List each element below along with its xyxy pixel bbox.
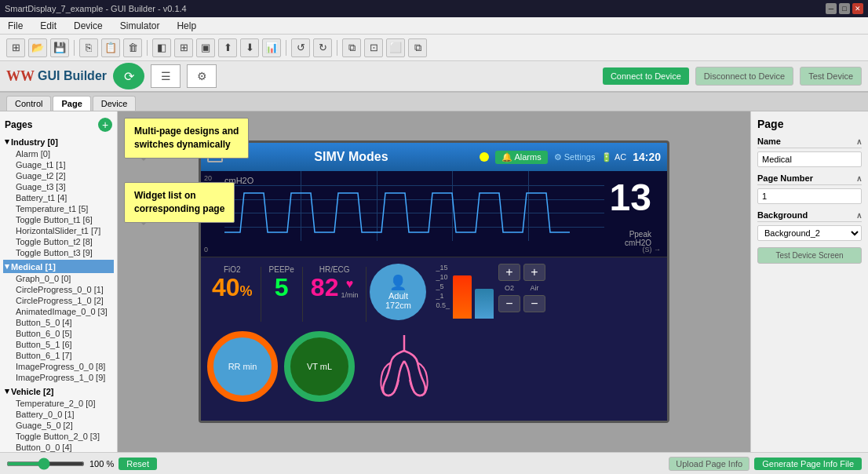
o2-minus-button[interactable]: − — [498, 295, 520, 312]
list-item[interactable]: ImageProgress_1_0 [9] — [3, 372, 114, 383]
menu-simulator[interactable]: Simulator — [117, 19, 163, 33]
add-page-button[interactable]: + — [98, 118, 112, 132]
list-item[interactable]: Alarm [0] — [3, 148, 114, 159]
list-item[interactable]: Temperature_2_0 [0] — [3, 398, 114, 409]
tb-paste[interactable]: 📋 — [101, 38, 120, 57]
close-button[interactable]: ✕ — [852, 3, 863, 14]
rr-min-label: RR min — [228, 362, 257, 371]
bar-chart-labels: _15 _10 _5 _1 0.5_ — [436, 264, 450, 309]
nav-settings-button[interactable]: ⚙ — [187, 64, 217, 88]
minimize-button[interactable]: ─ — [826, 3, 837, 14]
toolbar: ⊞ 📂 💾 ⎘ 📋 🗑 ◧ ⊞ ▣ ⬆ ⬇ 📊 ↺ ↻ ⧉ ⊡ ⬜ ⧉ — [0, 35, 868, 61]
tb-save[interactable]: 💾 — [50, 38, 69, 57]
disconnect-button[interactable]: Disconnect to Device — [695, 67, 793, 86]
list-item[interactable]: Graph_0_0 [0] — [3, 273, 114, 284]
list-item[interactable]: Battery_0_0 [1] — [3, 409, 114, 420]
list-item[interactable]: ImageProgress_0_0 [8] — [3, 361, 114, 372]
tb-display3[interactable]: ⬜ — [386, 38, 405, 57]
menu-file[interactable]: File — [5, 19, 26, 33]
list-item[interactable]: Button_6_0 [5] — [3, 328, 114, 339]
tb-align-left[interactable]: ◧ — [152, 38, 171, 57]
o2-plus-button[interactable]: + — [498, 264, 520, 281]
list-item[interactable]: Toggle Button_2_0 [3] — [3, 431, 114, 442]
list-item[interactable]: AnimatedImage_0_0 [3] — [3, 306, 114, 317]
waveform-svg — [224, 185, 604, 242]
sidebar: Pages + ▾ Industry [0] Alarm [0] Guage_t… — [0, 111, 118, 452]
tb-sep1 — [74, 40, 75, 56]
main-content: Pages + ▾ Industry [0] Alarm [0] Guage_t… — [0, 111, 868, 452]
background-select[interactable]: Background_2 — [757, 225, 862, 241]
o2-bar — [453, 275, 472, 319]
tb-delete[interactable]: 🗑 — [123, 38, 142, 57]
fio2-unit: % — [240, 283, 253, 299]
tab-device[interactable]: Device — [93, 96, 137, 111]
tb-open[interactable]: 📂 — [28, 38, 47, 57]
connect-button[interactable]: Connect to Device — [603, 67, 689, 85]
list-item[interactable]: Button_5_0 [4] — [3, 317, 114, 328]
tb-copy[interactable]: ⎘ — [79, 38, 98, 57]
list-item[interactable]: Button_0_0 [4] — [3, 442, 114, 452]
tb-display2[interactable]: ⊡ — [364, 38, 383, 57]
air-bar-container — [475, 289, 494, 319]
panel-background-label: Background — [757, 210, 808, 220]
tooltip-multipage: Multi-page designs andswitches dynamical… — [124, 118, 249, 159]
peepe-metric: PEEPe 5 — [264, 264, 299, 303]
tb-display1[interactable]: ⧉ — [342, 38, 361, 57]
generate-button[interactable]: Generate Page Info File — [754, 458, 862, 470]
list-item[interactable]: Toggle Button_t3 [9] — [3, 247, 114, 258]
nav-list-button[interactable]: ☰ — [151, 64, 181, 88]
tb-align-right[interactable]: ▣ — [196, 38, 215, 57]
list-item[interactable]: CircleProgress_1_0 [2] — [3, 295, 114, 306]
industry-group-header[interactable]: ▾ Industry [0] — [3, 135, 114, 148]
list-item[interactable]: Temperature_t1 [5] — [3, 203, 114, 214]
zoom-slider[interactable] — [6, 461, 85, 466]
settings-button[interactable]: ⚙ Settings — [554, 152, 596, 162]
list-item[interactable]: Guage_t3 [3] — [3, 181, 114, 192]
tooltip-multipage-text: Multi-page designs andswitches dynamical… — [134, 126, 239, 150]
simv-topbar: SIMV Modes 🔔 Alarms ⚙ Settings 🔋 AC 14:2… — [201, 143, 667, 171]
reset-button[interactable]: Reset — [119, 458, 157, 470]
nav-home-button[interactable]: ⟳ — [113, 63, 144, 89]
tb-new[interactable]: ⊞ — [6, 38, 25, 57]
tb-redo[interactable]: ↻ — [313, 38, 332, 57]
list-item[interactable]: Button_5_1 [6] — [3, 339, 114, 350]
list-item[interactable]: CircleProgress_0_0 [1] — [3, 284, 114, 295]
pagenumber-chevron-icon: ∧ — [856, 174, 862, 183]
air-plus-button[interactable]: + — [523, 264, 545, 281]
air-minus-button[interactable]: − — [523, 295, 545, 312]
metrics-row: FiO2 40% PEEPe 5 HR/ECG — [207, 264, 661, 326]
name-chevron-icon: ∧ — [856, 137, 862, 146]
medical-group-header[interactable]: ▾ Medical [1] — [3, 260, 114, 273]
test-device-button[interactable]: Test Device — [800, 67, 862, 86]
maximize-button[interactable]: □ — [839, 3, 850, 14]
list-item[interactable]: Toggle Button_t2 [8] — [3, 236, 114, 247]
upload-button[interactable]: Upload Page Info — [669, 457, 749, 471]
medical-label: Medical [1] — [11, 262, 56, 272]
sidebar-header: Pages + — [3, 115, 114, 135]
list-item[interactable]: Button_6_1 [7] — [3, 350, 114, 361]
menu-edit[interactable]: Edit — [37, 19, 60, 33]
list-item[interactable]: Guage_t1 [1] — [3, 159, 114, 170]
fio2-metric: FiO2 40% — [207, 264, 257, 303]
panel-pagenumber-section: Page Number ∧ 1 — [757, 173, 862, 204]
battery-status: 🔋 AC — [601, 152, 626, 162]
tb-chart[interactable]: 📊 — [262, 38, 281, 57]
tb-align-top[interactable]: ⬆ — [218, 38, 237, 57]
list-item[interactable]: Battery_t1 [4] — [3, 192, 114, 203]
list-item[interactable]: Guage_t2 [2] — [3, 170, 114, 181]
menu-device[interactable]: Device — [71, 19, 106, 33]
vehicle-group-header[interactable]: ▾ Vehicle [2] — [3, 385, 114, 398]
test-screen-button[interactable]: Test Device Screen — [757, 247, 862, 264]
tab-page[interactable]: Page — [53, 96, 90, 111]
list-item[interactable]: HorizontalSlider_t1 [7] — [3, 225, 114, 236]
tb-align-bottom[interactable]: ⬇ — [240, 38, 259, 57]
list-item[interactable]: Guage_5_0 [2] — [3, 420, 114, 431]
air-bar — [475, 289, 494, 319]
list-item[interactable]: Toggle Button_t1 [6] — [3, 214, 114, 225]
alarm-button[interactable]: 🔔 Alarms — [495, 151, 548, 164]
menu-help[interactable]: Help — [173, 19, 199, 33]
tb-align-center[interactable]: ⊞ — [174, 38, 193, 57]
tb-undo[interactable]: ↺ — [291, 38, 310, 57]
tb-display4[interactable]: ⧉ — [408, 38, 427, 57]
tab-control[interactable]: Control — [6, 96, 51, 111]
